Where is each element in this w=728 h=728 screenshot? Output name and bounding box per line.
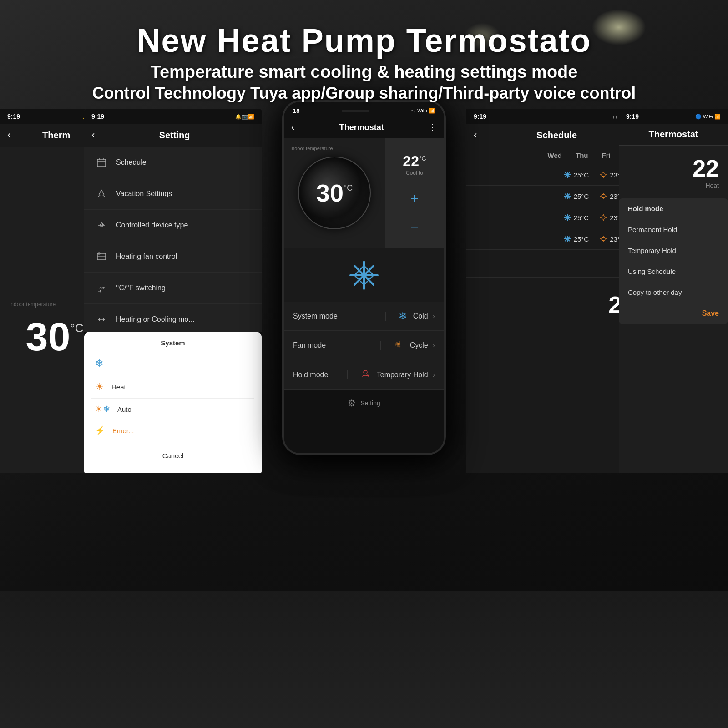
menu-item-vacation[interactable]: Vacation Settings [84,178,262,210]
popup-overlay: System ❄ ☀ Heat ☀❄ Auto ⚡ Emer... Cance [84,332,262,473]
center-nav-title: Thermostat [294,123,429,132]
menu-item-device-type[interactable]: Controlled device type [84,210,262,241]
hold-using-schedule-btn[interactable]: Using Schedule [619,261,728,282]
svg-rect-0 [97,159,106,167]
popup-cancel-btn[interactable]: Cancel [91,445,254,466]
left-temp-label: Indoor temperature [9,301,56,308]
menu-item-heating-fan[interactable]: Heating fan control [84,241,262,273]
system-mode-arrow: › [433,312,435,320]
schedule-row-3[interactable]: 25°C 23°C › [466,207,644,228]
day-wed: Wed [548,152,562,159]
screen-far-right: 9:19 🔵 WiFi 📶 Thermostat 22 Heat Hold mo… [619,109,728,473]
menu-temp-switch-label: °C/°F switching [116,284,253,292]
cool-temp-value: 22 [403,153,419,170]
svg-line-6 [98,195,100,197]
schedule-status-time: 9:19 [474,113,486,120]
setting-nav-bar: ‹ Setting [84,124,262,147]
popup-item-auto[interactable]: ☀❄ Auto [91,399,254,420]
setting-nav-title: Setting [95,130,254,141]
popup-title: System [91,339,254,347]
far-right-temp: 22 Heat [619,146,728,198]
setting-back-btn[interactable]: ‹ [91,129,95,141]
snowflake-icon [348,259,380,291]
center-top-section: Indoor temperature 30 °C 22 °C Cool to [284,138,444,248]
sched-temp-1: 25°C 23°C [564,171,625,179]
center-back-btn[interactable]: ‹ [291,121,294,133]
fan-mode-icon [394,339,404,352]
left-back-btn[interactable]: ‹ [7,129,10,141]
svg-line-5 [101,190,104,195]
dial-temp-unit: °C [344,183,353,193]
menu-vacation-label: Vacation Settings [116,190,253,198]
hold-temporary-btn[interactable]: Temporary Hold [619,240,728,261]
setting-status-time: 9:19 [91,113,104,120]
fan-mode-value: Cycle [410,341,428,349]
far-right-status-icons: 🔵 WiFi 📶 [695,114,721,120]
screen-schedule: 9:19 ↑↓ WiFi 📶 ‹ Schedule Wed Thu Fri Sa… [466,109,644,473]
menu-item-schedule[interactable]: Schedule [84,147,262,178]
heat-icon: ☀ [95,381,104,393]
schedule-back-btn[interactable]: ‹ [474,129,477,141]
day-thu: Thu [576,152,588,159]
far-right-heat-label: Heat [705,182,719,189]
schedule-add-row[interactable]: + [466,250,644,278]
snowflake-section [284,248,444,302]
hold-permanent-btn[interactable]: Permanent Hold [619,219,728,240]
screens-wrapper: 9:19 🔔📷📶 ‹ Therm Indoor temperature 30 °… [0,109,728,728]
sched-cold-2: 25°C [564,192,589,200]
sched-temp-4: 25°C 23°C [564,235,625,243]
plus-btn[interactable]: + [410,190,419,207]
schedule-row-1[interactable]: 25°C 23°C › [466,164,644,186]
bottom-settings-icon: ⚙ [348,398,356,409]
sched-cold-4: 25°C [564,235,589,243]
menu-heating-fan-label: Heating fan control [116,253,253,261]
heating-fan-icon [93,248,110,265]
system-popup: System ❄ ☀ Heat ☀❄ Auto ⚡ Emer... Cance [84,332,262,473]
emer-icon: ⚡ [95,425,105,435]
hold-mode-value: Temporary Hold [377,371,428,379]
fan-mode-arrow: › [433,341,435,349]
hold-copy-label[interactable]: Copy to other day [619,282,728,303]
auto-icon: ☀❄ [95,404,110,414]
indoor-temp-label: Indoor temperature [290,146,333,151]
system-mode-icon: ❄ [399,310,407,322]
schedule-nav-bar: ‹ Schedule [466,124,644,147]
fan-mode-label: Fan mode [293,341,380,349]
bottom-nav: ⚙ Setting [284,390,444,416]
hold-save-btn[interactable]: Save [619,303,728,324]
menu-item-temp-switch[interactable]: °C/F °C/°F switching [84,273,262,304]
schedule-nav-title: Schedule [477,130,637,141]
temp-switch-icon: °C/F [93,280,110,296]
schedule-row-4[interactable]: 25°C 23°C › [466,228,644,250]
system-mode-label: System mode [293,312,385,320]
fan-mode-row[interactable]: Fan mode Cycle › [284,331,444,360]
hold-mode-row[interactable]: Hold mode Temporary Hold › [284,360,444,390]
hold-mode-popup: Hold mode Permanent Hold Temporary Hold … [619,198,728,324]
popup-heat-label: Heat [111,383,126,391]
schedule-row-2[interactable]: 25°C 23°C › [466,186,644,207]
header-section: New Heat Pump Termostato Temperature sma… [0,14,728,112]
cool-temp-section: 22 °C Cool to + − [385,138,444,248]
svg-point-38 [364,370,367,374]
system-mode-row[interactable]: System mode ❄ Cold › [284,302,444,331]
popup-item-emer[interactable]: ⚡ Emer... [91,420,254,441]
cool-temp-display: 22 °C Cool to [403,153,426,176]
far-right-nav-bar: Thermostat [619,124,728,146]
device-type-icon [93,217,110,233]
center-menu-btn[interactable]: ⋮ [429,122,437,132]
menu-schedule-label: Schedule [116,158,253,167]
svg-point-43 [602,173,605,177]
screen-center-phone: 18 ↑↓ WiFi 📶 ‹ Thermostat ⋮ Indoor tempe… [282,100,446,455]
divider3 [347,370,348,379]
sched-cold-1: 25°C [564,171,589,179]
divider1 [385,312,386,321]
popup-auto-label: Auto [117,405,131,413]
minus-btn[interactable]: − [410,222,419,233]
vacation-icon [93,186,110,202]
popup-item-heat[interactable]: ☀ Heat [91,375,254,399]
far-right-nav-title: Thermostat [626,129,721,140]
cold-icon: ❄ [95,358,103,369]
sched-cold-3: 25°C [564,214,589,222]
menu-item-heat-cool[interactable]: Heating or Cooling mo... [84,304,262,335]
popup-item-cold[interactable]: ❄ [91,352,254,375]
